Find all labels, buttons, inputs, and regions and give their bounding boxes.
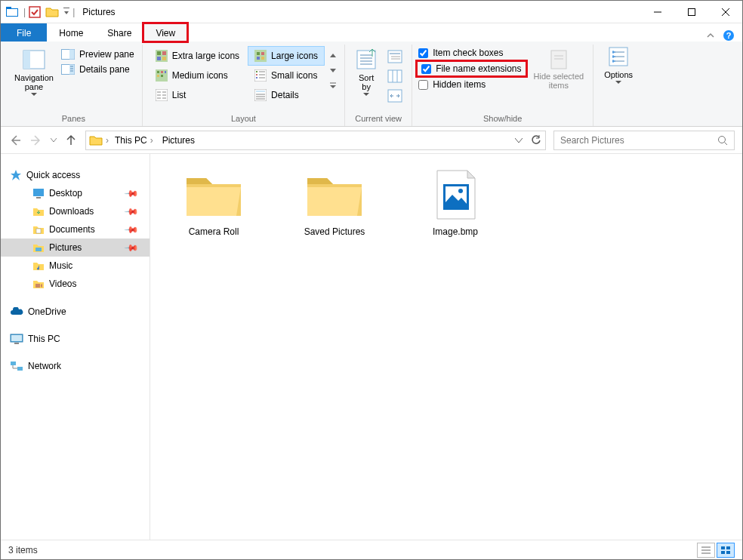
- qat-folder-icon[interactable]: [45, 6, 59, 18]
- file-name-extensions-toggle[interactable]: File name extensions: [418, 63, 524, 75]
- ribbon-group-panes: Navigation pane Preview pane Details pan…: [5, 45, 143, 126]
- layout-large[interactable]: Large icons: [248, 46, 325, 66]
- sidebar-item-pictures[interactable]: Pictures📌: [1, 238, 150, 257]
- pin-icon: 📌: [124, 204, 140, 220]
- window-title: Pictures: [75, 7, 122, 17]
- maximize-button[interactable]: [674, 1, 708, 23]
- folder-savedpictures[interactable]: Saved Pictures: [289, 169, 380, 237]
- layout-medium[interactable]: Medium icons: [149, 66, 246, 85]
- preview-pane-button[interactable]: Preview pane: [61, 49, 134, 60]
- svg-rect-29: [261, 57, 264, 60]
- details-icon: [254, 89, 267, 101]
- sidebar-thispc[interactable]: This PC: [1, 331, 150, 347]
- documents-icon: [32, 224, 45, 235]
- breadcrumb-pictures[interactable]: Pictures: [159, 135, 198, 146]
- sidebar-item-documents[interactable]: Documents📌: [1, 220, 150, 238]
- sidebar-item-desktop[interactable]: Desktop📌: [1, 184, 150, 202]
- svg-rect-87: [17, 367, 23, 371]
- svg-rect-1: [7, 9, 17, 16]
- size-columns-button[interactable]: [384, 87, 405, 105]
- layout-scroll-down[interactable]: [328, 63, 338, 78]
- sidebar: Quick access Desktop📌 Downloads📌 Documen…: [1, 154, 150, 540]
- layout-more[interactable]: [328, 78, 338, 93]
- svg-rect-4: [63, 8, 69, 8]
- options-button[interactable]: Options: [598, 45, 639, 84]
- up-button[interactable]: [64, 134, 78, 147]
- svg-rect-51: [256, 91, 265, 92]
- history-dropdown[interactable]: [51, 138, 57, 142]
- ribbon-group-showhide: Item check boxes File name extensions Hi…: [412, 45, 593, 126]
- tab-file[interactable]: File: [1, 23, 47, 42]
- titlebar: | | Pictures: [1, 1, 742, 23]
- breadcrumb-thispc[interactable]: This PC›: [112, 135, 156, 146]
- svg-rect-78: [33, 189, 44, 196]
- statusbar-icons-view[interactable]: [717, 543, 735, 558]
- ribbon: Navigation pane Preview pane Details pan…: [1, 41, 742, 127]
- back-button[interactable]: [8, 134, 22, 147]
- collapse-ribbon-icon[interactable]: [706, 31, 715, 40]
- extra-large-icons-icon: [156, 50, 168, 62]
- content: Quick access Desktop📌 Downloads📌 Documen…: [1, 154, 742, 540]
- svg-rect-23: [157, 57, 161, 60]
- qat-checkbox-icon[interactable]: [29, 6, 41, 18]
- svg-rect-28: [257, 57, 260, 60]
- refresh-button[interactable]: [530, 134, 542, 146]
- add-columns-button[interactable]: [384, 67, 405, 85]
- sidebar-item-music[interactable]: Music: [1, 257, 150, 275]
- tab-view[interactable]: View: [143, 23, 187, 42]
- ribbon-group-currentview: Sort by Current view: [345, 45, 412, 126]
- layout-extra-large[interactable]: Extra large icons: [149, 46, 246, 66]
- close-button[interactable]: [708, 1, 742, 23]
- tab-home[interactable]: Home: [47, 23, 95, 42]
- help-icon[interactable]: ?: [723, 29, 735, 42]
- options-icon: [606, 45, 630, 69]
- svg-rect-70: [554, 55, 563, 57]
- file-pane[interactable]: Camera Roll Saved Pictures Image.bmp: [150, 154, 742, 540]
- svg-rect-39: [256, 77, 257, 78]
- tab-share[interactable]: Share: [95, 23, 143, 42]
- svg-text:?: ?: [726, 31, 732, 40]
- sidebar-onedrive[interactable]: OneDrive: [1, 303, 150, 320]
- svg-rect-97: [726, 551, 730, 554]
- layout-list[interactable]: List: [149, 85, 246, 105]
- group-by-button[interactable]: [384, 48, 405, 66]
- forward-button[interactable]: [29, 134, 43, 147]
- details-pane-button[interactable]: Details pane: [61, 64, 134, 75]
- file-image-bmp[interactable]: Image.bmp: [410, 169, 501, 237]
- sidebar-item-downloads[interactable]: Downloads📌: [1, 202, 150, 220]
- svg-rect-21: [157, 51, 161, 55]
- svg-rect-65: [388, 70, 402, 82]
- sidebar-network[interactable]: Network: [1, 358, 150, 374]
- folder-icon: [182, 169, 245, 222]
- sort-by-button[interactable]: Sort by: [351, 48, 381, 96]
- layout-scroll-up[interactable]: [328, 48, 338, 63]
- minimize-button[interactable]: [640, 1, 674, 23]
- sidebar-quickaccess[interactable]: Quick access: [1, 166, 150, 184]
- breadcrumb[interactable]: › This PC› Pictures: [85, 131, 546, 150]
- statusbar-details-view[interactable]: [697, 543, 715, 558]
- svg-rect-35: [161, 75, 163, 77]
- search-box[interactable]: [553, 131, 735, 150]
- layout-details[interactable]: Details: [248, 85, 325, 105]
- desktop-icon: [32, 188, 45, 198]
- details-view-icon: [701, 546, 711, 555]
- hide-selected-button[interactable]: Hide selected items: [531, 48, 587, 90]
- qat-dropdown-icon[interactable]: [63, 7, 69, 17]
- search-input[interactable]: [560, 135, 713, 146]
- large-icons-icon: [254, 50, 267, 62]
- svg-rect-16: [69, 65, 75, 75]
- hidden-items-toggle[interactable]: Hidden items: [418, 79, 524, 90]
- bmp-file-icon: [424, 169, 487, 222]
- svg-rect-86: [11, 362, 16, 365]
- item-check-boxes-toggle[interactable]: Item check boxes: [418, 48, 524, 58]
- details-pane-icon: [61, 64, 75, 75]
- navigation-pane-button[interactable]: Navigation pane: [10, 45, 58, 99]
- network-icon: [10, 361, 23, 371]
- folder-cameraroll[interactable]: Camera Roll: [168, 169, 259, 237]
- svg-rect-12: [23, 51, 30, 69]
- breadcrumb-dropdown-icon[interactable]: [515, 138, 523, 143]
- sidebar-item-videos[interactable]: Videos: [1, 275, 150, 293]
- layout-small[interactable]: Small icons: [248, 66, 325, 85]
- svg-rect-6: [688, 8, 695, 15]
- svg-rect-79: [36, 197, 41, 198]
